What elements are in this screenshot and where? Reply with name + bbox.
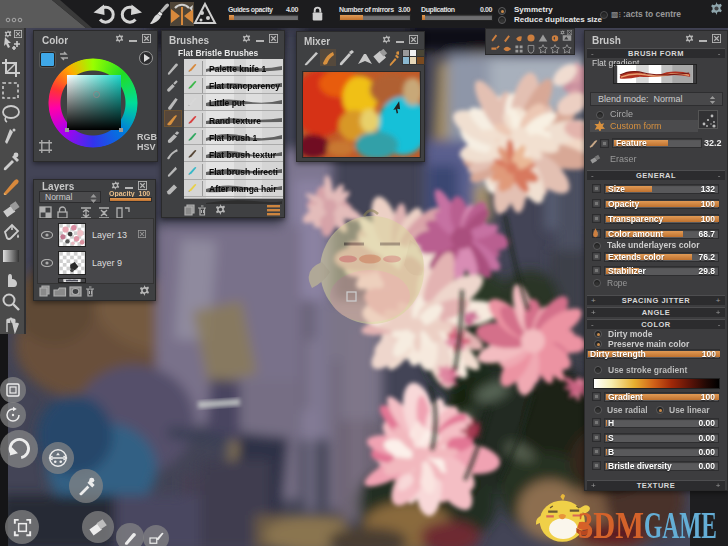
svg-text:3DM: 3DM (578, 504, 644, 546)
svg-text:GAME: GAME (644, 504, 717, 546)
